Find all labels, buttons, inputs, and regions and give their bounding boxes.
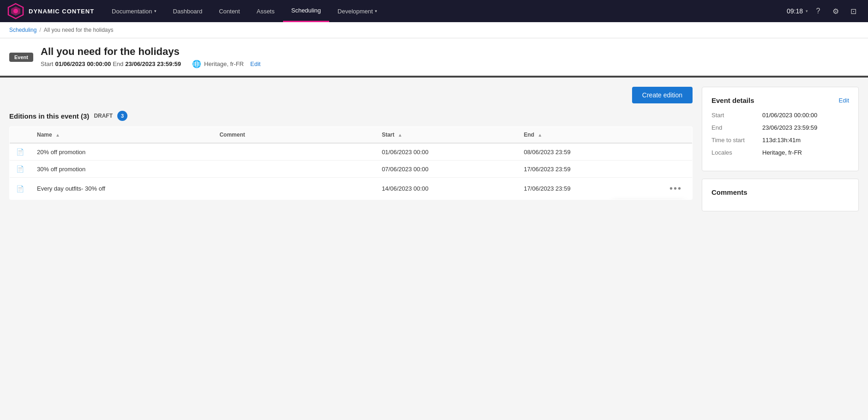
start-value: 01/06/2023 00:00:00 [55,60,111,67]
nav-development[interactable]: Development ▾ [329,0,386,22]
breadcrumb-current: All you need for the holidays [44,27,114,33]
row-comment [213,178,375,200]
row-start: 14/06/2023 00:00 [375,178,518,200]
row-actions [659,161,693,178]
left-panel: Create edition Editions in this event (3… [9,87,693,405]
event-badge: Event [9,53,33,62]
comments-title: Comments [711,188,849,196]
detail-time-label: Time to start [711,137,762,144]
row-comment [213,161,375,178]
nav-content[interactable]: Content [211,0,248,22]
detail-end-label: End [711,124,762,131]
editions-table: Name ▲ Comment Start ▲ End ▲ [9,126,693,200]
draft-count-badge: 3 [117,111,127,121]
row-icon-cell: 📄 [10,143,31,161]
nav-documentation[interactable]: Documentation ▾ [103,0,164,22]
table-row: 📄 20% off promotion 01/06/2023 00:00 08/… [10,143,693,161]
row-end: 17/06/2023 23:59 [517,161,659,178]
app-name: DYNAMIC CONTENT [29,8,94,15]
svg-point-2 [13,9,18,13]
app-logo [7,3,24,19]
row-icon-cell: 📄 [10,161,31,178]
breadcrumb-scheduling-link[interactable]: Scheduling [9,27,36,33]
event-details-card: Event details Edit Start 01/06/2023 00:0… [702,87,859,171]
start-label: Start [41,60,53,67]
sort-icon-name: ▲ [55,132,60,138]
document-icon: 📄 [16,165,24,173]
row-end: 17/06/2023 23:59 [517,178,659,200]
create-edition-button[interactable]: Create edition [632,87,693,103]
detail-time-row: Time to start 113d:13h:41m [711,137,849,144]
comments-section: Comments [702,179,859,211]
breadcrumb-separator: / [39,27,41,33]
nav-dashboard[interactable]: Dashboard [165,0,211,22]
row-end: 08/06/2023 23:59 [517,143,659,161]
end-label: End [113,60,123,67]
row-start: 01/06/2023 00:00 [375,143,518,161]
detail-start-row: Start 01/06/2023 00:00:00 [711,112,849,119]
logout-button[interactable]: ⊡ [846,4,861,18]
event-header: Event All you need for the holidays Star… [0,38,868,78]
row-name: 30% off promotion [30,161,213,178]
detail-time-value: 113d:13h:41m [762,137,801,144]
breadcrumb: Scheduling / All you need for the holida… [0,22,868,38]
main-content: Create edition Editions in this event (3… [0,78,868,414]
editions-section-title: Editions in this event (3) [9,112,89,120]
globe-icon: 🌐 [192,60,201,68]
event-details-title: Event details [711,96,754,104]
row-actions: ••• View edition Copy edition Delete edi… [659,178,693,200]
end-value: 23/06/2023 23:59:59 [125,60,181,67]
chevron-down-icon: ▾ [154,9,157,13]
event-title: All you need for the holidays [41,46,859,58]
col-header-check [10,127,31,144]
detail-locales-row: Locales Heritage, fr-FR [711,149,849,156]
event-details-header: Event details Edit [711,96,849,104]
table-row: 📄 Every day outfits- 30% off 14/06/2023 … [10,178,693,200]
col-header-start[interactable]: Start ▲ [375,127,518,144]
col-header-name[interactable]: Name ▲ [30,127,213,144]
create-btn-row: Create edition [9,87,693,103]
current-time: 09:18 [787,7,803,15]
detail-end-value: 23/06/2023 23:59:59 [762,124,817,131]
detail-start-label: Start [711,112,762,119]
draft-label: DRAFT [94,113,113,119]
event-dates: Start 01/06/2023 00:00:00 End 23/06/2023… [41,60,859,68]
sort-icon-end: ▲ [537,132,542,138]
time-chevron-icon: ▾ [806,9,808,13]
row-name: 20% off promotion [30,143,213,161]
detail-end-row: End 23/06/2023 23:59:59 [711,124,849,131]
row-actions [659,143,693,161]
nav-right-controls: 09:18 ▾ ? ⚙ ⊡ [787,4,861,18]
table-row: 📄 30% off promotion 07/06/2023 00:00 17/… [10,161,693,178]
event-info: All you need for the holidays Start 01/0… [41,46,859,68]
settings-button[interactable]: ⚙ [828,4,843,18]
event-details-edit-link[interactable]: Edit [839,97,849,104]
actions-dropdown-wrapper: ••• View edition Copy edition Delete edi… [666,182,686,195]
document-icon: 📄 [16,185,24,192]
col-header-actions [659,127,693,144]
detail-start-value: 01/06/2023 00:00:00 [762,112,817,119]
sort-icon-start: ▲ [398,132,403,138]
help-button[interactable]: ? [811,4,826,18]
top-navigation: DYNAMIC CONTENT Documentation ▾ Dashboar… [0,0,868,22]
editions-header: Editions in this event (3) DRAFT 3 [9,111,693,121]
col-header-comment[interactable]: Comment [213,127,375,144]
logo-area[interactable]: DYNAMIC CONTENT [7,3,103,19]
col-header-end[interactable]: End ▲ [517,127,659,144]
row-icon-cell: 📄 [10,178,31,200]
row-comment [213,143,375,161]
nav-scheduling[interactable]: Scheduling [283,0,329,22]
document-icon: 📄 [16,148,24,156]
right-panel: Event details Edit Start 01/06/2023 00:0… [702,87,859,405]
nav-assets[interactable]: Assets [248,0,283,22]
row-name: Every day outfits- 30% off [30,178,213,200]
row-actions-button[interactable]: ••• [666,182,686,195]
event-locale: 🌐 Heritage, fr-FR [192,60,244,68]
row-start: 07/06/2023 00:00 [375,161,518,178]
chevron-down-icon: ▾ [375,9,377,13]
detail-locales-value: Heritage, fr-FR [762,149,802,156]
event-edit-link[interactable]: Edit [250,60,260,67]
detail-locales-label: Locales [711,149,762,156]
locale-value: Heritage, fr-FR [204,60,244,67]
